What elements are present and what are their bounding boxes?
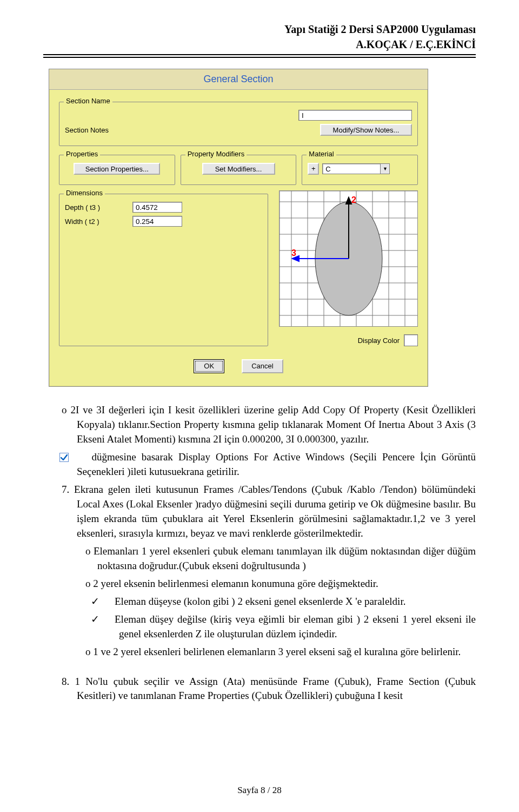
page-header-line1: Yapı Statiği 2 Dersi SAP2000 Uygulaması: [43, 22, 476, 37]
page-header-line2: A.KOÇAK / E.Ç.EKİNCİ: [43, 37, 476, 52]
check-icon: ✓: [105, 595, 115, 609]
paragraph-7-check2: ✓Eleman düşey değilse (kiriş veya eğimli…: [43, 612, 476, 642]
depth-label: Depth ( t3 ): [65, 203, 132, 212]
depth-input[interactable]: [132, 202, 182, 213]
properties-group: Properties Section Properties...: [59, 155, 175, 185]
display-color-label: Display Color: [358, 336, 400, 345]
section-properties-button[interactable]: Section Properties...: [74, 163, 160, 175]
cancel-button[interactable]: Cancel: [242, 359, 283, 373]
header-divider: [43, 54, 476, 58]
material-select[interactable]: C ▼: [322, 163, 390, 174]
section-preview-svg: 2 3: [280, 191, 417, 326]
paragraph-7-sub3: o 1 ve 2 yerel eksenleri belirlenen elem…: [43, 645, 476, 659]
paragraph-7-sub1: o Elemanları 1 yerel eksenleri çubuk ele…: [43, 544, 476, 573]
paragraph-7-check1: ✓Eleman düşeyse (kolon gibi ) 2 ekseni g…: [43, 595, 476, 609]
modify-show-notes-button[interactable]: Modify/Show Notes...: [320, 124, 412, 136]
svg-marker-18: [346, 197, 351, 204]
general-section-dialog: General Section Section Name Section Not…: [49, 69, 428, 387]
dimensions-group: Dimensions Depth ( t3 ) Width ( t2 ): [59, 194, 268, 346]
ok-button[interactable]: OK: [194, 359, 224, 373]
axis-2-label: 2: [351, 195, 356, 204]
page-footer: Sayfa 8 / 28: [0, 785, 519, 796]
width-label: Width ( t2 ): [65, 217, 132, 226]
paragraph-6: 6. düğmesine basarak Display Options For…: [43, 450, 476, 479]
width-input[interactable]: [132, 216, 182, 227]
paragraph-8: 8. 1 No'lu çubuk seçilir ve Assign (Ata)…: [43, 675, 476, 704]
paragraph-7-sub2: o 2 yerel eksenin belirlenmesi elemanın …: [43, 577, 476, 591]
material-group: Material + C ▼: [302, 155, 418, 185]
section-name-legend: Section Name: [64, 97, 112, 105]
properties-legend: Properties: [64, 150, 100, 158]
section-name-input[interactable]: [298, 110, 412, 121]
dialog-title: General Section: [49, 69, 428, 90]
item-6-text: düğmesine basarak Display Options For Ac…: [77, 451, 476, 477]
dimensions-legend: Dimensions: [64, 189, 105, 197]
material-value: C: [323, 165, 380, 173]
axis-3-label: 3: [291, 248, 296, 258]
section-name-group: Section Name Section Notes Modify/Show N…: [59, 102, 418, 146]
display-color-swatch[interactable]: [404, 334, 418, 346]
document-body: o 2I ve 3I değerleri için I kesit özelli…: [43, 403, 476, 703]
add-material-button[interactable]: +: [308, 163, 319, 175]
checkbox-icon: [75, 452, 84, 461]
chevron-down-icon: ▼: [380, 164, 389, 174]
paragraph-7: 7. Ekrana gelen ileti kutusunun Frames /…: [43, 483, 476, 541]
section-preview: 2 3: [279, 190, 418, 327]
paragraph-2i-3i: o 2I ve 3I değerleri için I kesit özelli…: [43, 403, 476, 447]
section-preview-panel: 2 3 Display Color: [279, 189, 418, 351]
section-notes-label: Section Notes: [65, 126, 149, 134]
set-modifiers-button[interactable]: Set Modifiers...: [202, 163, 275, 175]
material-legend: Material: [307, 150, 336, 158]
property-modifiers-legend: Property Modifiers: [185, 150, 247, 158]
check-icon: ✓: [105, 612, 115, 627]
property-modifiers-group: Property Modifiers Set Modifiers...: [181, 155, 297, 185]
